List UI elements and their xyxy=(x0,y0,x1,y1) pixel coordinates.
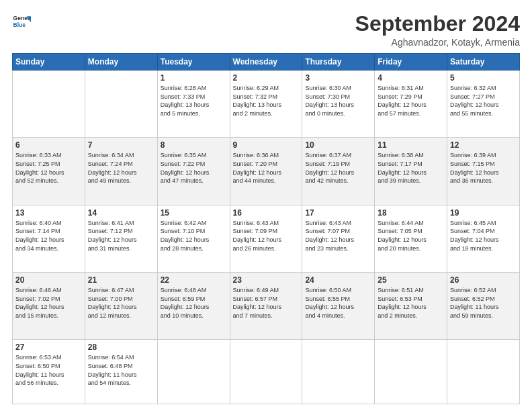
calendar-cell: 1Sunrise: 6:28 AMSunset: 7:33 PMDaylight… xyxy=(157,71,230,138)
day-number: 23 xyxy=(233,275,300,285)
calendar-table: Sunday Monday Tuesday Wednesday Thursday… xyxy=(12,53,520,404)
day-info: Sunrise: 6:40 AMSunset: 7:14 PMDaylight:… xyxy=(15,219,82,253)
day-info: Sunrise: 6:46 AMSunset: 7:02 PMDaylight:… xyxy=(15,286,82,320)
day-info: Sunrise: 6:33 AMSunset: 7:25 PMDaylight:… xyxy=(15,151,82,185)
calendar-cell: 8Sunrise: 6:35 AMSunset: 7:22 PMDaylight… xyxy=(157,138,230,205)
day-number: 3 xyxy=(305,73,371,83)
header-monday: Monday xyxy=(85,54,157,71)
calendar-cell: 23Sunrise: 6:49 AMSunset: 6:57 PMDayligh… xyxy=(230,273,302,340)
calendar-cell: 2Sunrise: 6:29 AMSunset: 7:32 PMDaylight… xyxy=(230,71,302,138)
day-number: 12 xyxy=(450,140,517,150)
calendar-cell: 11Sunrise: 6:38 AMSunset: 7:17 PMDayligh… xyxy=(375,138,447,205)
day-info: Sunrise: 6:34 AMSunset: 7:24 PMDaylight:… xyxy=(88,151,154,185)
calendar-row-3: 13Sunrise: 6:40 AMSunset: 7:14 PMDayligh… xyxy=(13,205,520,272)
day-number: 28 xyxy=(88,342,154,352)
calendar-cell xyxy=(375,340,447,404)
day-info: Sunrise: 6:47 AMSunset: 7:00 PMDaylight:… xyxy=(88,286,154,320)
day-info: Sunrise: 6:38 AMSunset: 7:17 PMDaylight:… xyxy=(378,151,444,185)
day-info: Sunrise: 6:48 AMSunset: 6:59 PMDaylight:… xyxy=(161,286,227,320)
header-thursday: Thursday xyxy=(302,54,375,71)
calendar-cell: 25Sunrise: 6:51 AMSunset: 6:53 PMDayligh… xyxy=(375,273,447,340)
calendar-cell xyxy=(157,340,230,404)
day-number: 10 xyxy=(305,140,371,150)
day-number: 1 xyxy=(161,73,227,83)
day-info: Sunrise: 6:43 AMSunset: 7:07 PMDaylight:… xyxy=(305,219,371,253)
day-number: 22 xyxy=(161,275,227,285)
calendar-cell: 4Sunrise: 6:31 AMSunset: 7:29 PMDaylight… xyxy=(375,71,447,138)
calendar-cell: 17Sunrise: 6:43 AMSunset: 7:07 PMDayligh… xyxy=(302,205,375,272)
title-block: September 2024 Aghavnadzor, Kotayk, Arme… xyxy=(355,12,520,48)
day-number: 25 xyxy=(378,275,444,285)
day-number: 19 xyxy=(450,208,517,218)
day-number: 7 xyxy=(88,140,154,150)
day-number: 15 xyxy=(161,208,227,218)
day-number: 18 xyxy=(378,208,444,218)
header-wednesday: Wednesday xyxy=(230,54,302,71)
calendar-cell xyxy=(85,71,157,138)
day-info: Sunrise: 6:28 AMSunset: 7:33 PMDaylight:… xyxy=(161,84,227,118)
logo: General Blue xyxy=(12,12,31,31)
day-number: 20 xyxy=(15,275,82,285)
day-number: 21 xyxy=(88,275,154,285)
calendar-cell: 10Sunrise: 6:37 AMSunset: 7:19 PMDayligh… xyxy=(302,138,375,205)
day-info: Sunrise: 6:52 AMSunset: 6:52 PMDaylight:… xyxy=(450,286,517,320)
calendar-cell: 24Sunrise: 6:50 AMSunset: 6:55 PMDayligh… xyxy=(302,273,375,340)
day-info: Sunrise: 6:49 AMSunset: 6:57 PMDaylight:… xyxy=(233,286,300,320)
day-info: Sunrise: 6:41 AMSunset: 7:12 PMDaylight:… xyxy=(88,219,154,253)
calendar-cell: 21Sunrise: 6:47 AMSunset: 7:00 PMDayligh… xyxy=(85,273,157,340)
day-info: Sunrise: 6:36 AMSunset: 7:20 PMDaylight:… xyxy=(233,151,300,185)
calendar-cell xyxy=(230,340,302,404)
day-number: 26 xyxy=(450,275,517,285)
day-info: Sunrise: 6:54 AMSunset: 6:48 PMDaylight:… xyxy=(88,353,154,387)
calendar-cell: 6Sunrise: 6:33 AMSunset: 7:25 PMDaylight… xyxy=(13,138,85,205)
calendar-cell xyxy=(447,340,520,404)
calendar-cell: 22Sunrise: 6:48 AMSunset: 6:59 PMDayligh… xyxy=(157,273,230,340)
day-number: 11 xyxy=(378,140,444,150)
calendar-cell xyxy=(302,340,375,404)
day-number: 9 xyxy=(233,140,300,150)
calendar-cell: 3Sunrise: 6:30 AMSunset: 7:30 PMDaylight… xyxy=(302,71,375,138)
calendar-cell: 13Sunrise: 6:40 AMSunset: 7:14 PMDayligh… xyxy=(13,205,85,272)
day-number: 6 xyxy=(15,140,82,150)
day-info: Sunrise: 6:50 AMSunset: 6:55 PMDaylight:… xyxy=(305,286,371,320)
calendar-row-5: 27Sunrise: 6:53 AMSunset: 6:50 PMDayligh… xyxy=(13,340,520,404)
day-info: Sunrise: 6:39 AMSunset: 7:15 PMDaylight:… xyxy=(450,151,517,185)
weekday-header-row: Sunday Monday Tuesday Wednesday Thursday… xyxy=(13,54,520,71)
header: General Blue September 2024 Aghavnadzor,… xyxy=(12,12,520,48)
logo-icon: General Blue xyxy=(12,12,31,31)
calendar-subtitle: Aghavnadzor, Kotayk, Armenia xyxy=(355,37,520,48)
day-info: Sunrise: 6:43 AMSunset: 7:09 PMDaylight:… xyxy=(233,219,300,253)
day-number: 4 xyxy=(378,73,444,83)
day-info: Sunrise: 6:30 AMSunset: 7:30 PMDaylight:… xyxy=(305,84,371,118)
day-info: Sunrise: 6:37 AMSunset: 7:19 PMDaylight:… xyxy=(305,151,371,185)
calendar-row-1: 1Sunrise: 6:28 AMSunset: 7:33 PMDaylight… xyxy=(13,71,520,138)
calendar-title: September 2024 xyxy=(355,12,520,36)
calendar-cell: 15Sunrise: 6:42 AMSunset: 7:10 PMDayligh… xyxy=(157,205,230,272)
calendar-cell: 16Sunrise: 6:43 AMSunset: 7:09 PMDayligh… xyxy=(230,205,302,272)
calendar-cell: 19Sunrise: 6:45 AMSunset: 7:04 PMDayligh… xyxy=(447,205,520,272)
header-sunday: Sunday xyxy=(13,54,85,71)
calendar-cell: 7Sunrise: 6:34 AMSunset: 7:24 PMDaylight… xyxy=(85,138,157,205)
svg-text:Blue: Blue xyxy=(13,21,26,28)
header-friday: Friday xyxy=(375,54,447,71)
day-info: Sunrise: 6:45 AMSunset: 7:04 PMDaylight:… xyxy=(450,219,517,253)
day-number: 16 xyxy=(233,208,300,218)
day-info: Sunrise: 6:42 AMSunset: 7:10 PMDaylight:… xyxy=(161,219,227,253)
day-info: Sunrise: 6:51 AMSunset: 6:53 PMDaylight:… xyxy=(378,286,444,320)
page: General Blue September 2024 Aghavnadzor,… xyxy=(0,0,532,411)
calendar-cell xyxy=(13,71,85,138)
day-number: 5 xyxy=(450,73,517,83)
day-number: 17 xyxy=(305,208,371,218)
day-number: 14 xyxy=(88,208,154,218)
day-number: 13 xyxy=(15,208,82,218)
day-info: Sunrise: 6:44 AMSunset: 7:05 PMDaylight:… xyxy=(378,219,444,253)
day-info: Sunrise: 6:29 AMSunset: 7:32 PMDaylight:… xyxy=(233,84,300,118)
day-number: 24 xyxy=(305,275,371,285)
day-info: Sunrise: 6:35 AMSunset: 7:22 PMDaylight:… xyxy=(161,151,227,185)
day-info: Sunrise: 6:32 AMSunset: 7:27 PMDaylight:… xyxy=(450,84,517,118)
day-info: Sunrise: 6:53 AMSunset: 6:50 PMDaylight:… xyxy=(15,353,82,387)
calendar-cell: 20Sunrise: 6:46 AMSunset: 7:02 PMDayligh… xyxy=(13,273,85,340)
calendar-cell: 9Sunrise: 6:36 AMSunset: 7:20 PMDaylight… xyxy=(230,138,302,205)
calendar-cell: 26Sunrise: 6:52 AMSunset: 6:52 PMDayligh… xyxy=(447,273,520,340)
header-tuesday: Tuesday xyxy=(157,54,230,71)
